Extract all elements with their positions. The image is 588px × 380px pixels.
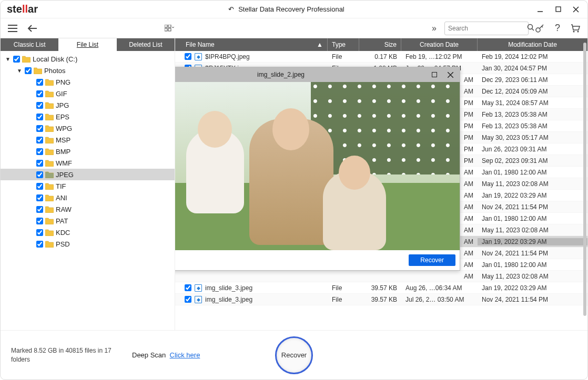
folder-icon [45,79,54,86]
scrollbar[interactable] [583,43,586,316]
tree-checkbox[interactable] [36,171,43,178]
search-box[interactable] [444,22,529,35]
main-area: Classic List File List Deleted List ▼Loc… [1,38,587,330]
preview-titlebar[interactable]: img_slide_2.jpeg [175,67,460,82]
preview-window[interactable]: img_slide_2.jpeg [175,67,460,271]
folder-icon [45,125,54,132]
tree-checkbox[interactable] [36,183,43,190]
tree-checkbox[interactable] [36,241,43,248]
tree-node-jpg[interactable]: JPG [1,99,175,111]
modification-date: Jan 01, 1980 12:00 AM [478,169,587,176]
table-row[interactable]: ◆$IPR4BPQ.jpegFile0.17 KBFeb 19, …12:02 … [175,51,587,63]
tree-label: RAW [56,206,72,213]
col-type[interactable]: Type [328,38,359,51]
tree-checkbox[interactable] [36,206,43,213]
cart-icon[interactable] [569,22,582,35]
file-grid[interactable]: ◆$IPR4BPQ.jpegFile0.17 KBFeb 19, …12:02 … [175,51,587,330]
folder-icon [45,241,54,248]
tree-node-tif[interactable]: TIF [1,180,175,192]
grid-header: File Name ▲ Type Size Creation Date Modi… [175,38,587,51]
tab-file-list[interactable]: File List [58,38,116,51]
table-row[interactable]: ◆img_slide_3.jpegFile39.57 KBJul 26, 2… … [175,294,587,305]
tree-checkbox[interactable] [25,67,32,74]
tree-node-msp[interactable]: MSP [1,134,175,146]
menu-icon[interactable] [6,22,19,35]
grid-view-icon[interactable] [163,22,176,35]
recover-button[interactable]: Recover [275,336,313,374]
tree-checkbox[interactable] [36,102,43,109]
tree-label: JPEG [56,171,74,179]
tree-checkbox[interactable] [13,56,20,63]
folder-icon [45,114,54,120]
tree-node-png[interactable]: PNG [1,76,175,88]
tree-checkbox[interactable] [36,229,43,236]
preview-maximize-button[interactable] [429,69,440,80]
tree-label: WMF [56,159,72,167]
tree-label: EPS [56,113,69,121]
tree-node-local-disk-c-[interactable]: ▼Local Disk (C:) [1,53,175,65]
image-file-icon: ◆ [195,284,202,292]
tree-checkbox[interactable] [36,114,43,120]
svg-point-18 [577,30,579,32]
table-row[interactable]: AMMay 11, 2023 02:08 AM [175,271,587,282]
tree-checkbox[interactable] [36,160,43,167]
image-file-icon: ◆ [195,53,202,60]
tree-checkbox[interactable] [36,194,43,201]
row-checkbox[interactable] [185,296,191,303]
search-input[interactable] [448,25,527,32]
tree-checkbox[interactable] [36,137,43,143]
folder-tree[interactable]: ▼Local Disk (C:)▼PhotosPNGGIFJPGEPSWPGMS… [1,51,175,330]
file-type: File [328,53,359,60]
modification-date: May 11, 2023 02:08 AM [478,227,587,234]
col-creation-date[interactable]: Creation Date [401,38,478,51]
minimize-button[interactable] [535,4,545,15]
col-size[interactable]: Size [359,38,401,51]
scrollbar-thumb[interactable] [583,43,586,316]
sidebar: Classic List File List Deleted List ▼Loc… [1,38,175,330]
tree-node-photos[interactable]: ▼Photos [1,65,175,76]
tree-node-raw[interactable]: RAW [1,203,175,215]
deep-scan-link[interactable]: Click here [170,351,200,359]
key-icon[interactable] [533,22,546,35]
expand-icon[interactable]: » [427,22,440,35]
tree-node-eps[interactable]: EPS [1,111,175,122]
col-modification-date[interactable]: Modification Date [478,38,587,51]
tree-checkbox[interactable] [36,90,43,97]
tree-node-gif[interactable]: GIF [1,88,175,99]
back-button[interactable] [26,22,39,35]
close-button[interactable] [571,4,581,15]
back-arrow-icon[interactable]: ↶ [228,5,234,13]
caret-icon[interactable]: ▼ [5,56,11,62]
row-checkbox[interactable] [185,53,191,60]
toolbar: » ? [1,18,587,38]
tab-classic-list[interactable]: Classic List [1,38,58,51]
tree-node-kdc[interactable]: KDC [1,227,175,238]
tree-node-bmp[interactable]: BMP [1,146,175,157]
tree-checkbox[interactable] [36,79,43,86]
table-row[interactable]: ◆img_slide_3.jpegFile39.57 KBAug 26, …06… [175,282,587,294]
tab-deleted-list[interactable]: Deleted List [117,38,175,51]
caret-icon[interactable]: ▼ [16,68,23,74]
modification-date: Nov 24, 2021 11:54 PM [478,296,587,303]
tree-checkbox[interactable] [36,125,43,132]
tree-node-jpeg[interactable]: JPEG [1,169,175,180]
preview-recover-button[interactable]: Recover [409,254,455,266]
tree-checkbox[interactable] [36,218,43,224]
row-checkbox[interactable] [185,284,191,291]
file-size: 0.17 KB [359,53,401,60]
maximize-button[interactable] [553,4,563,15]
help-icon[interactable]: ? [551,22,564,35]
col-filename[interactable]: File Name ▲ [175,38,328,51]
svg-point-14 [536,28,540,32]
tree-node-wpg[interactable]: WPG [1,122,175,134]
sidebar-tabs: Classic List File List Deleted List [1,38,175,51]
tree-node-psd[interactable]: PSD [1,238,175,250]
folder-icon [45,194,54,201]
preview-close-button[interactable] [445,69,455,80]
modification-date: Jan 19, 2022 03:29 AM [478,192,587,199]
tree-node-ani[interactable]: ANI [1,192,175,203]
modification-date: Jan 19, 2022 03:29 AM [478,284,587,292]
tree-node-wmf[interactable]: WMF [1,157,175,169]
tree-node-pat[interactable]: PAT [1,215,175,227]
tree-checkbox[interactable] [36,148,43,155]
